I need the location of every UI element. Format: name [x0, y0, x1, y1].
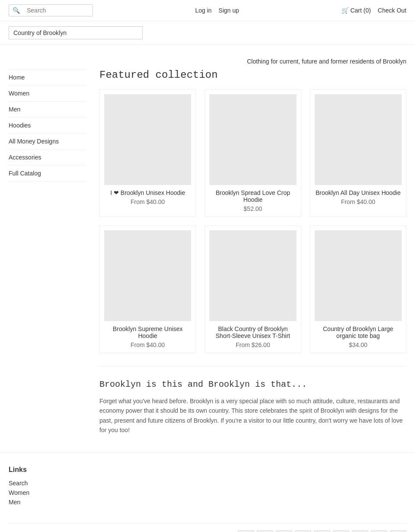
payment-icon-american-express: AMEX: [238, 530, 254, 532]
product-price: $34.00: [349, 341, 367, 348]
product-image: [209, 94, 296, 185]
tagline-bar: Clothing for current, future and former …: [0, 45, 415, 69]
sidebar-item-home[interactable]: Home: [9, 69, 86, 86]
product-grid: I ❤ Brooklyn Unisex HoodieFrom $40.00Bro…: [99, 89, 406, 353]
payment-icon-paypal: PP: [333, 530, 349, 532]
checkout-link[interactable]: Check Out: [378, 7, 406, 14]
payment-icon-meta-pay: Meta: [276, 530, 292, 532]
footer-links: Links SearchWomenMen: [9, 466, 406, 506]
cart-icon: 🛒: [342, 7, 349, 14]
product-price: $52.00: [244, 205, 262, 212]
cart-label: Cart (0): [350, 7, 370, 14]
header-nav: Log in Sign up: [195, 7, 239, 14]
product-card[interactable]: Black Country of Brooklyn Short-Sleeve U…: [204, 226, 301, 353]
product-name: I ❤ Brooklyn Unisex Hoodie: [110, 189, 185, 196]
product-name: Brooklyn Supreme Unisex Hoodie: [104, 325, 191, 339]
payment-icon-google-pay: GPay: [295, 530, 311, 532]
footer-link-men[interactable]: Men: [9, 499, 406, 506]
main-content: Featured collection I ❤ Brooklyn Unisex …: [91, 69, 406, 435]
footer-bottom: Copyright © 2023, Country of Brooklyn. P…: [9, 523, 406, 532]
featured-title: Featured collection: [99, 69, 406, 81]
footer-links-title: Links: [9, 466, 406, 474]
product-name: Brooklyn Spread Love Crop Hoodie: [209, 189, 296, 203]
sidebar-item-men[interactable]: Men: [9, 102, 86, 118]
header: 🔍 Log in Sign up 🛒 Cart (0) Check Out: [0, 0, 415, 21]
sidebar-item-all-money-designs[interactable]: All Money Designs: [9, 134, 86, 150]
product-card[interactable]: I ❤ Brooklyn Unisex HoodieFrom $40.00: [99, 89, 196, 217]
product-image: [104, 230, 191, 321]
footer-link-women[interactable]: Women: [9, 489, 406, 496]
product-card[interactable]: Country of Brooklyn Large organic tote b…: [310, 226, 406, 353]
product-image: [315, 94, 402, 185]
footer-links-container: SearchWomenMen: [9, 480, 406, 506]
sidebar-item-women[interactable]: Women: [9, 86, 86, 102]
payment-icon-apple-pay: 🍎Pay: [257, 530, 273, 532]
product-price: From $40.00: [131, 341, 165, 348]
log-in-link[interactable]: Log in: [195, 7, 211, 14]
payment-icon-shop-pay: Shop: [352, 530, 368, 532]
payment-icon-mastercard: MC: [314, 530, 330, 532]
product-name: Country of Brooklyn Large organic tote b…: [315, 325, 402, 339]
product-image: [104, 94, 191, 185]
product-card[interactable]: Brooklyn Supreme Unisex HoodieFrom $40.0…: [99, 226, 196, 353]
product-card[interactable]: Brooklyn Spread Love Crop Hoodie$52.00: [204, 89, 301, 217]
payment-icons: AMEX🍎PayMetaGPayMCPPShopVenmoVISA: [238, 530, 406, 532]
footer-link-search[interactable]: Search: [9, 480, 406, 487]
description-section: Brooklyn is this and Brooklyn is that...…: [99, 366, 406, 435]
product-price: From $26.00: [236, 341, 270, 348]
header-right: 🛒 Cart (0) Check Out: [342, 7, 406, 14]
site-name-bar: [0, 21, 415, 45]
search-input[interactable]: [23, 5, 93, 16]
sidebar: HomeWomenMenHoodiesAll Money DesignsAcce…: [9, 69, 91, 435]
product-price: From $40.00: [341, 198, 375, 205]
tagline-text: Clothing for current, future and former …: [247, 58, 406, 65]
footer: Links SearchWomenMen Copyright © 2023, C…: [0, 452, 415, 532]
product-price: From $40.00: [131, 198, 165, 205]
search-form[interactable]: 🔍: [9, 4, 93, 16]
product-name: Black Country of Brooklyn Short-Sleeve U…: [209, 325, 296, 339]
payment-icon-venmo: Venmo: [371, 530, 387, 532]
main-layout: HomeWomenMenHoodiesAll Money DesignsAcce…: [0, 69, 415, 435]
description-title: Brooklyn is this and Brooklyn is that...: [99, 379, 406, 389]
product-name: Brooklyn All Day Unisex Hoodie: [316, 189, 401, 196]
description-text: Forget what you've heard before. Brookly…: [99, 396, 406, 435]
search-icon: 🔍: [13, 7, 20, 14]
product-image: [315, 230, 402, 321]
header-left: 🔍: [9, 4, 93, 16]
payment-icon-visa: VISA: [390, 530, 406, 532]
sign-up-link[interactable]: Sign up: [219, 7, 239, 14]
product-card[interactable]: Brooklyn All Day Unisex HoodieFrom $40.0…: [310, 89, 406, 217]
sidebar-item-full-catalog[interactable]: Full Catalog: [9, 166, 86, 182]
site-name-input[interactable]: [9, 26, 143, 39]
cart-link[interactable]: 🛒 Cart (0): [342, 7, 371, 14]
sidebar-item-hoodies[interactable]: Hoodies: [9, 118, 86, 134]
sidebar-item-accessories[interactable]: Accessories: [9, 150, 86, 166]
product-image: [209, 230, 296, 321]
search-icon-button[interactable]: 🔍: [9, 5, 23, 16]
